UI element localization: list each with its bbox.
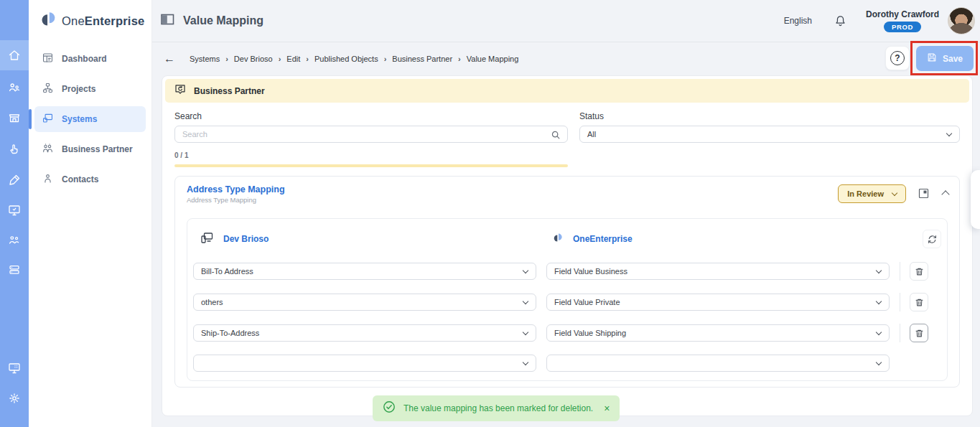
breadcrumb-bar: ← Systems › Dev Brioso › Edit › Publishe…	[152, 42, 980, 75]
language-selector[interactable]: English	[784, 16, 812, 26]
avatar[interactable]	[948, 7, 975, 34]
filter-bar: Search Status All	[162, 111, 972, 143]
breadcrumb-separator: ›	[458, 55, 461, 63]
breadcrumb-separator: ›	[279, 55, 281, 63]
object-banner: Business Partner	[165, 79, 969, 103]
mapping-card: Address Type Mapping Address Type Mappin…	[174, 176, 960, 388]
chevron-down-icon	[523, 299, 528, 304]
projects-icon	[42, 82, 54, 96]
delete-row-button-1[interactable]	[910, 262, 928, 281]
sidebar-item-label: Projects	[62, 84, 95, 94]
mapping-row	[193, 355, 941, 372]
rail-interact[interactable]	[0, 133, 29, 164]
sidebar-item-label: Dashboard	[62, 54, 107, 64]
mapping-row: Bill-To Address Field Value Business	[193, 262, 941, 279]
save-button[interactable]: Save	[916, 46, 974, 71]
breadcrumb-item-business-partner[interactable]: Business Partner	[392, 55, 452, 63]
bell-icon[interactable]	[834, 14, 847, 28]
check-circle-icon	[383, 400, 396, 416]
divider	[900, 262, 900, 281]
target-value-select-4[interactable]	[546, 355, 890, 372]
row-actions	[900, 262, 941, 281]
source-value-select-4[interactable]	[193, 355, 536, 372]
refresh-button[interactable]	[923, 230, 941, 248]
status-select[interactable]: All	[579, 126, 960, 143]
breadcrumb-item-edit[interactable]: Edit	[286, 55, 300, 63]
user-group-icon	[7, 233, 22, 247]
source-value-select-2[interactable]: others	[193, 294, 536, 311]
review-status-value: In Review	[847, 189, 884, 198]
devices-icon	[199, 230, 215, 248]
sidebar-item-projects[interactable]: Projects	[34, 76, 146, 102]
sidebar-item-dashboard[interactable]: Dashboard	[34, 46, 146, 72]
sidebar: OneEnterprise Dashboard Projects Systems…	[29, 0, 152, 427]
drawer-handle[interactable]	[971, 170, 980, 229]
target-value-select-3[interactable]: Field Value Shipping	[546, 324, 890, 342]
source-value-select-1[interactable]: Bill-To Address	[193, 263, 536, 280]
contacts-icon	[42, 172, 54, 187]
tag-icon	[174, 83, 187, 99]
source-value-select-3[interactable]: Ship-To-Address	[193, 324, 536, 342]
breadcrumb-item-dev-brioso[interactable]: Dev Brioso	[234, 55, 273, 63]
chevron-down-icon	[876, 329, 882, 335]
marketplace-icon	[7, 111, 22, 125]
sidebar-item-systems[interactable]: Systems	[34, 106, 146, 132]
devices-icon	[7, 361, 22, 375]
dashboard-icon	[42, 52, 54, 66]
target-value-2: Field Value Private	[554, 298, 620, 306]
business-partner-icon	[42, 142, 54, 156]
rail-monitor-check[interactable]	[0, 195, 29, 225]
rail-home[interactable]	[0, 40, 29, 70]
source-value-3: Ship-To-Address	[201, 329, 259, 337]
rail-data[interactable]	[0, 255, 29, 285]
breadcrumb-item-published-objects[interactable]: Published Objects	[314, 55, 378, 63]
sidebar-item-contacts[interactable]: Contacts	[34, 166, 146, 192]
breadcrumb-item-value-mapping[interactable]: Value Mapping	[467, 55, 519, 63]
sidebar-item-business-partner[interactable]: Business Partner	[34, 136, 146, 162]
divider	[900, 293, 900, 311]
user-block[interactable]: Dorothy Crawford PROD	[866, 9, 939, 32]
icon-rail	[0, 0, 29, 427]
delete-row-button-2[interactable]	[910, 293, 928, 311]
expand-icon[interactable]	[918, 188, 929, 199]
back-icon[interactable]: ←	[164, 52, 175, 65]
design-icon	[7, 173, 22, 187]
help-button[interactable]: ?	[885, 46, 910, 70]
team-icon	[7, 80, 22, 95]
rail-user-group[interactable]	[0, 225, 29, 255]
mapping-row: others Field Value Private	[193, 293, 941, 310]
sidebar-item-label: Systems	[62, 114, 97, 124]
environment-badge: PROD	[884, 22, 921, 32]
status-label: Status	[579, 111, 960, 121]
delete-row-button-3[interactable]	[910, 324, 928, 342]
target-value-3: Field Value Shipping	[554, 329, 626, 337]
row-actions	[900, 324, 941, 342]
rail-design[interactable]	[0, 165, 29, 195]
progress-section: 0 / 1	[162, 151, 972, 167]
save-icon	[927, 52, 937, 65]
rail-marketplace[interactable]	[0, 103, 29, 133]
help-icon: ?	[890, 51, 905, 65]
row-actions	[900, 355, 941, 372]
target-value-select-2[interactable]: Field Value Private	[546, 294, 890, 311]
page-icon	[161, 14, 174, 28]
close-icon[interactable]: ×	[604, 403, 610, 414]
row-actions	[900, 226, 941, 252]
target-value-select-1[interactable]: Field Value Business	[546, 263, 890, 280]
target-value-1: Field Value Business	[554, 267, 627, 276]
search-input[interactable]	[175, 126, 567, 142]
app-logo-icon	[552, 232, 564, 246]
source-system-name: Dev Brioso	[223, 234, 269, 244]
app-logo-icon	[39, 10, 59, 32]
review-status-select[interactable]: In Review	[838, 184, 906, 203]
chevron-down-icon	[876, 299, 882, 304]
rail-settings[interactable]	[0, 383, 29, 413]
rail-team[interactable]	[0, 72, 29, 103]
breadcrumb-item-systems[interactable]: Systems	[190, 55, 220, 63]
data-stack-icon	[7, 263, 22, 277]
app-logo[interactable]: OneEnterprise	[29, 0, 151, 32]
rail-devices[interactable]	[0, 353, 29, 383]
progress-bar	[174, 164, 568, 167]
search-icon[interactable]	[551, 130, 561, 140]
toast-notification: The value mapping has been marked for de…	[373, 395, 620, 421]
